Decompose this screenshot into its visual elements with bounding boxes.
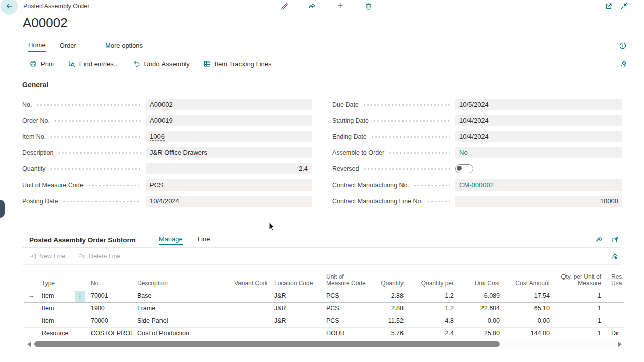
share-icon[interactable] (308, 2, 316, 11)
cell-no[interactable]: 70001 (87, 290, 133, 302)
cell-unit-cost[interactable]: 6.089 (456, 290, 502, 302)
cell-quantity[interactable]: 11.52 (372, 315, 406, 327)
cell-type[interactable]: Resource (38, 328, 75, 340)
field-value-due-date[interactable]: 10/5/2024 (455, 99, 622, 110)
col-cost-amount[interactable]: Cost Amount (502, 264, 552, 290)
subform-menu-line[interactable]: Line (198, 235, 210, 244)
cell-unit-cost[interactable]: 0.00 (456, 315, 502, 327)
edit-icon[interactable] (280, 2, 289, 11)
field-value-quantity[interactable]: 2.4 (146, 163, 312, 174)
side-panel-handle[interactable] (0, 200, 5, 218)
cell-variant-code[interactable] (229, 303, 267, 315)
scrollbar-track[interactable] (34, 341, 615, 347)
cell-uom[interactable]: PCS (319, 315, 372, 327)
row-menu-button[interactable]: ⋮ (75, 290, 87, 302)
open-in-new-window-icon[interactable] (605, 2, 613, 10)
undo-assembly-button[interactable]: Undo Assembly (133, 60, 190, 68)
cell-qty-per-uom[interactable]: 1 (552, 290, 604, 302)
cell-quantity[interactable]: 2.88 (372, 303, 406, 315)
pin-subform-icon[interactable] (610, 252, 618, 260)
cell-location-code[interactable]: J&R (267, 290, 319, 302)
cell-resource-usage[interactable] (604, 315, 624, 327)
col-quantity[interactable]: Quantity (372, 264, 406, 290)
col-description[interactable]: Description (133, 264, 229, 290)
cell-quantity-per[interactable]: 1.2 (406, 303, 456, 315)
cell-resource-usage[interactable]: Dir (604, 328, 624, 340)
cell-type[interactable]: Item (38, 303, 75, 315)
cell-uom[interactable]: PCS (319, 303, 372, 315)
field-value-order-no[interactable]: A00019 (146, 115, 312, 126)
tab-more-options[interactable]: More options (105, 42, 143, 52)
col-unit-of-measure-code[interactable]: Unit ofMeasure Code (319, 264, 372, 290)
subform-share-icon[interactable] (595, 236, 603, 244)
horizontal-scrollbar[interactable] (24, 341, 622, 347)
cell-cost-amount[interactable]: 0.00 (502, 315, 552, 327)
cell-variant-code[interactable] (229, 290, 267, 302)
field-value-assemble-to-order[interactable]: No (455, 147, 622, 158)
cell-resource-usage[interactable] (604, 303, 624, 315)
table-row[interactable]: → Item ⋮ 70001 Base J&R PCS 2.88 1.2 6.0… (24, 290, 624, 303)
field-value-uom[interactable]: PCS (146, 179, 312, 191)
cell-resource-usage[interactable] (604, 290, 624, 302)
col-resource-usage[interactable]: ResUsa (604, 264, 624, 290)
cell-quantity[interactable]: 5.76 (372, 328, 406, 340)
subform-menu-manage[interactable]: Manage (159, 235, 183, 245)
cell-variant-code[interactable] (229, 315, 267, 327)
field-value-starting-date[interactable]: 10/4/2024 (455, 115, 622, 126)
field-value-posting-date[interactable]: 10/4/2024 (146, 196, 312, 207)
cell-quantity-per[interactable]: 2.4 (406, 328, 456, 340)
cell-cost-amount[interactable]: 65.10 (502, 303, 552, 315)
scroll-left-arrow[interactable] (27, 342, 31, 347)
cell-qty-per-uom[interactable]: 1 (552, 328, 604, 340)
col-variant-code[interactable]: Variant Code (229, 264, 267, 290)
cell-no[interactable]: 1900 (87, 303, 133, 315)
table-row[interactable]: Item 1900 Frame J&R PCS 2.88 1.2 22.604 … (24, 303, 624, 315)
cell-uom[interactable]: PCS (319, 290, 372, 302)
cell-unit-cost[interactable]: 22.604 (456, 303, 502, 315)
cell-type[interactable]: Item (38, 315, 75, 327)
delete-icon[interactable] (364, 2, 373, 11)
tab-order[interactable]: Order (60, 42, 76, 52)
field-value-description[interactable]: J&R Office Drawers (146, 147, 312, 158)
collapse-icon[interactable] (620, 2, 628, 10)
col-no[interactable]: No. (87, 264, 133, 290)
col-unit-cost[interactable]: Unit Cost (456, 264, 502, 290)
cell-location-code[interactable]: J&R (267, 315, 319, 327)
print-button[interactable]: Print (29, 60, 54, 68)
cell-no[interactable]: COSTOFPROD (87, 328, 133, 340)
cell-quantity-per[interactable]: 4.8 (406, 315, 456, 327)
cell-quantity-per[interactable]: 1.2 (406, 290, 456, 302)
find-entries-button[interactable]: Find entries... (68, 60, 119, 68)
cell-description[interactable]: Base (133, 290, 229, 302)
cell-qty-per-uom[interactable]: 1 (552, 315, 604, 327)
subform-open-in-new-icon[interactable] (611, 236, 619, 244)
field-value-contract-mfg-line-no[interactable]: 10000 (455, 196, 622, 207)
cell-description[interactable]: Side Panel (133, 315, 229, 327)
ellipsis-icon[interactable]: ⋮ (75, 291, 85, 302)
item-tracking-lines-button[interactable]: Item Tracking Lines (203, 60, 272, 68)
reversed-toggle[interactable] (455, 164, 473, 173)
field-value-contract-mfg-no[interactable]: CM-000002 (455, 179, 622, 191)
cell-unit-cost[interactable]: 25.00 (456, 328, 502, 340)
cell-description[interactable]: Frame (133, 303, 229, 315)
cell-location-code[interactable]: J&R (267, 303, 319, 315)
scroll-right-arrow[interactable] (618, 342, 622, 347)
cell-cost-amount[interactable]: 144.00 (502, 328, 552, 340)
general-section-heading[interactable]: General (22, 81, 48, 89)
cell-no[interactable]: 70000 (87, 315, 133, 327)
col-type[interactable]: Type (38, 264, 75, 290)
field-value-ending-date[interactable]: 10/4/2024 (455, 131, 622, 142)
cell-cost-amount[interactable]: 17.54 (502, 290, 552, 302)
new-icon[interactable]: + (337, 1, 343, 10)
field-value-item-no[interactable]: 1006 (146, 131, 312, 142)
table-row[interactable]: Resource COSTOFPROD Cost of Production H… (24, 328, 624, 340)
col-location-code[interactable]: Location Code (267, 264, 319, 290)
info-icon[interactable] (619, 42, 627, 50)
col-quantity-per[interactable]: Quantity per (406, 264, 456, 290)
tab-home[interactable]: Home (28, 41, 46, 52)
cell-qty-per-uom[interactable]: 1 (552, 303, 604, 315)
cell-variant-code[interactable] (229, 328, 267, 340)
col-qty-per-unit-of-measure[interactable]: Qty. per Unit ofMeasure (552, 264, 604, 290)
table-row[interactable]: Item 70000 Side Panel J&R PCS 11.52 4.8 … (24, 315, 624, 328)
scrollbar-thumb[interactable] (34, 341, 500, 347)
